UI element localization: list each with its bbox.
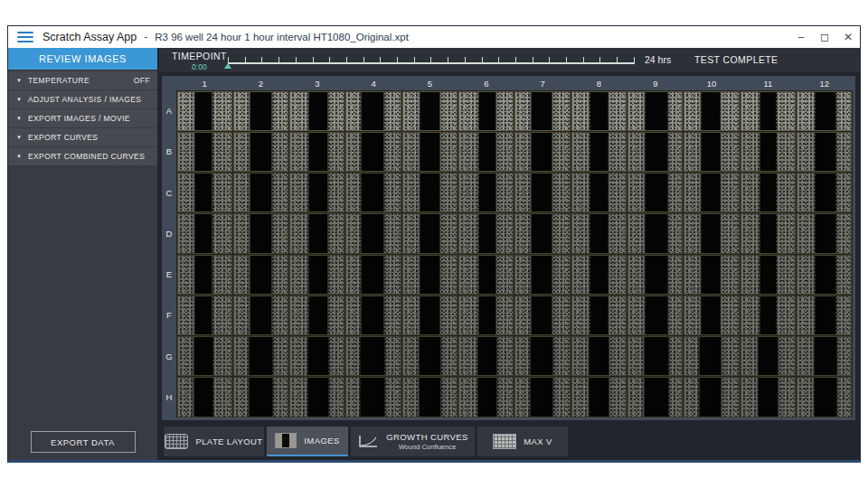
well-a4[interactable]: [345, 91, 401, 131]
sidebar-item-adjust-analysis-images[interactable]: ▼ADJUST ANALYSIS / IMAGES: [8, 90, 157, 108]
well-e12[interactable]: [797, 255, 852, 295]
well-g1[interactable]: [177, 336, 232, 376]
well-d12[interactable]: [797, 213, 852, 253]
well-b2[interactable]: [233, 132, 288, 172]
well-f3[interactable]: [289, 296, 344, 335]
timeline-slider[interactable]: [228, 54, 635, 64]
well-f8[interactable]: [571, 296, 627, 335]
well-a10[interactable]: [684, 91, 739, 131]
well-c12[interactable]: [797, 173, 852, 212]
well-a1[interactable]: [177, 91, 232, 131]
well-a9[interactable]: [627, 91, 683, 131]
well-g9[interactable]: [627, 336, 683, 376]
well-b7[interactable]: [514, 132, 570, 172]
well-g12[interactable]: [797, 336, 852, 376]
well-a6[interactable]: [458, 91, 514, 131]
sidebar-item-export-curves[interactable]: ▼EXPORT CURVES: [8, 128, 157, 146]
well-a8[interactable]: [571, 91, 627, 131]
well-f9[interactable]: [627, 296, 683, 335]
sidebar-item-export-images-movie[interactable]: ▼EXPORT IMAGES / MOVIE: [8, 109, 157, 127]
well-h10[interactable]: [684, 377, 739, 417]
well-d8[interactable]: [571, 213, 627, 253]
well-h1[interactable]: [177, 377, 232, 417]
sidebar-item-export-combined-curves[interactable]: ▼EXPORT COMBINED CURVES: [8, 147, 157, 165]
well-f11[interactable]: [741, 296, 796, 335]
well-f2[interactable]: [233, 296, 288, 335]
well-d2[interactable]: [233, 213, 288, 253]
well-a3[interactable]: [289, 91, 344, 131]
tab-max-v[interactable]: MAX V: [477, 427, 568, 456]
well-b12[interactable]: [797, 132, 852, 172]
well-g7[interactable]: [514, 336, 570, 376]
well-d6[interactable]: [458, 213, 514, 253]
well-b1[interactable]: [177, 132, 232, 172]
well-e1[interactable]: [177, 255, 232, 295]
well-e5[interactable]: [402, 255, 458, 295]
well-b6[interactable]: [458, 132, 514, 172]
well-f10[interactable]: [684, 296, 739, 335]
well-b5[interactable]: [402, 132, 458, 172]
tab-growth-curves[interactable]: GROWTH CURVESWound Confluence: [351, 427, 475, 456]
well-g10[interactable]: [684, 336, 739, 376]
well-d9[interactable]: [627, 213, 683, 253]
well-h3[interactable]: [289, 377, 344, 417]
well-d10[interactable]: [684, 213, 739, 253]
well-d3[interactable]: [289, 213, 344, 253]
well-e10[interactable]: [684, 255, 739, 295]
well-h6[interactable]: [458, 377, 514, 417]
well-g3[interactable]: [289, 336, 344, 376]
well-c8[interactable]: [571, 173, 627, 212]
well-g2[interactable]: [233, 336, 288, 376]
well-b8[interactable]: [571, 132, 627, 172]
well-d5[interactable]: [402, 213, 458, 253]
menu-icon[interactable]: [17, 32, 33, 42]
well-f6[interactable]: [458, 296, 514, 335]
well-c6[interactable]: [458, 173, 514, 212]
well-b4[interactable]: [345, 132, 401, 172]
timeline-marker-icon[interactable]: [224, 63, 231, 69]
well-a2[interactable]: [233, 91, 288, 131]
well-b9[interactable]: [627, 132, 683, 172]
well-c10[interactable]: [684, 173, 739, 212]
well-f4[interactable]: [345, 296, 401, 335]
well-g11[interactable]: [741, 336, 796, 376]
well-e11[interactable]: [741, 255, 796, 295]
well-f5[interactable]: [402, 296, 458, 335]
well-h11[interactable]: [741, 377, 796, 417]
well-h2[interactable]: [233, 377, 288, 417]
well-h7[interactable]: [514, 377, 570, 417]
sidebar-header-review-images[interactable]: REVIEW IMAGES: [8, 48, 157, 70]
well-c7[interactable]: [514, 173, 570, 212]
well-e2[interactable]: [233, 255, 288, 295]
well-c11[interactable]: [741, 173, 796, 212]
well-c2[interactable]: [233, 173, 288, 212]
sidebar-item-temperature[interactable]: ▼TEMPERATUREOFF: [8, 71, 157, 89]
close-button[interactable]: ✕: [836, 26, 860, 48]
well-e7[interactable]: [514, 255, 570, 295]
well-c9[interactable]: [627, 173, 683, 212]
well-a11[interactable]: [741, 91, 796, 131]
tab-images[interactable]: IMAGES: [267, 427, 348, 456]
well-e9[interactable]: [627, 255, 683, 295]
well-d11[interactable]: [741, 213, 796, 253]
export-data-button[interactable]: EXPORT DATA: [31, 431, 136, 453]
well-g6[interactable]: [458, 336, 514, 376]
well-f12[interactable]: [797, 296, 852, 335]
well-e6[interactable]: [458, 255, 514, 295]
well-b11[interactable]: [741, 132, 796, 172]
well-f7[interactable]: [514, 296, 570, 335]
well-a7[interactable]: [514, 91, 570, 131]
well-h4[interactable]: [345, 377, 401, 417]
well-e4[interactable]: [345, 255, 401, 295]
well-f1[interactable]: [177, 296, 232, 335]
well-g5[interactable]: [402, 336, 458, 376]
well-c4[interactable]: [345, 173, 401, 212]
well-b10[interactable]: [684, 132, 739, 172]
well-b3[interactable]: [289, 132, 344, 172]
well-c5[interactable]: [402, 173, 458, 212]
minimize-button[interactable]: –: [789, 26, 813, 48]
well-g4[interactable]: [345, 336, 401, 376]
well-a12[interactable]: [797, 91, 852, 131]
well-d4[interactable]: [345, 213, 401, 253]
well-c3[interactable]: [289, 173, 344, 212]
